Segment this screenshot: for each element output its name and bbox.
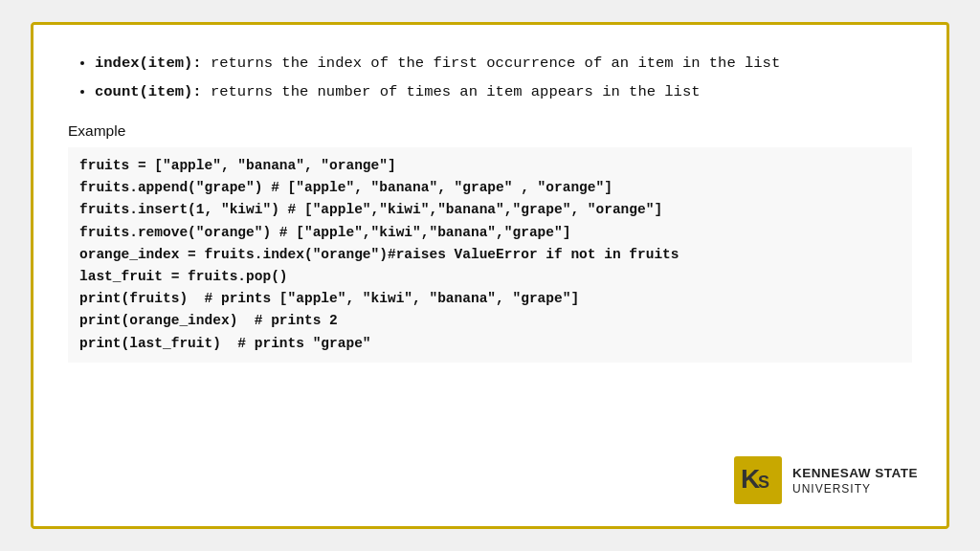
count-method: count(item): xyxy=(95,83,202,100)
ksu-name-line1: KENNESAW STATE xyxy=(792,465,918,482)
code-line-2: fruits.append("grape") # ["apple", "bana… xyxy=(79,177,901,199)
bullet-index: index(item): returns the index of the fi… xyxy=(95,52,912,75)
slide-container: index(item): returns the index of the fi… xyxy=(31,22,949,529)
code-line-4: fruits.remove("orange") # ["apple","kiwi… xyxy=(79,222,901,244)
code-line-5: orange_index = fruits.index("orange")#ra… xyxy=(79,244,901,266)
index-desc: returns the index of the first occurrenc… xyxy=(202,55,781,72)
ksu-name-line2: UNIVERSITY xyxy=(792,482,871,496)
ksu-text: KENNESAW STATE UNIVERSITY xyxy=(792,465,918,496)
ksu-logo-icon: K S xyxy=(733,455,783,505)
code-line-7: print(fruits) # prints ["apple", "kiwi",… xyxy=(79,288,901,310)
example-label: Example xyxy=(68,122,912,140)
svg-text:S: S xyxy=(758,473,769,492)
code-block: fruits = ["apple", "banana", "orange"] f… xyxy=(68,147,912,363)
code-line-9: print(last_fruit) # prints "grape" xyxy=(79,333,901,355)
bullet-count: count(item): returns the number of times… xyxy=(95,80,912,103)
index-method: index(item): xyxy=(95,55,202,72)
bullet-list: index(item): returns the index of the fi… xyxy=(68,52,912,103)
count-desc: returns the number of times an item appe… xyxy=(202,83,701,100)
code-line-8: print(orange_index) # prints 2 xyxy=(79,310,901,332)
code-line-1: fruits = ["apple", "banana", "orange"] xyxy=(79,155,901,177)
code-line-3: fruits.insert(1, "kiwi") # ["apple","kiw… xyxy=(79,199,901,221)
code-line-6: last_fruit = fruits.pop() xyxy=(79,266,901,288)
ksu-logo-area: K S KENNESAW STATE UNIVERSITY xyxy=(733,455,918,505)
